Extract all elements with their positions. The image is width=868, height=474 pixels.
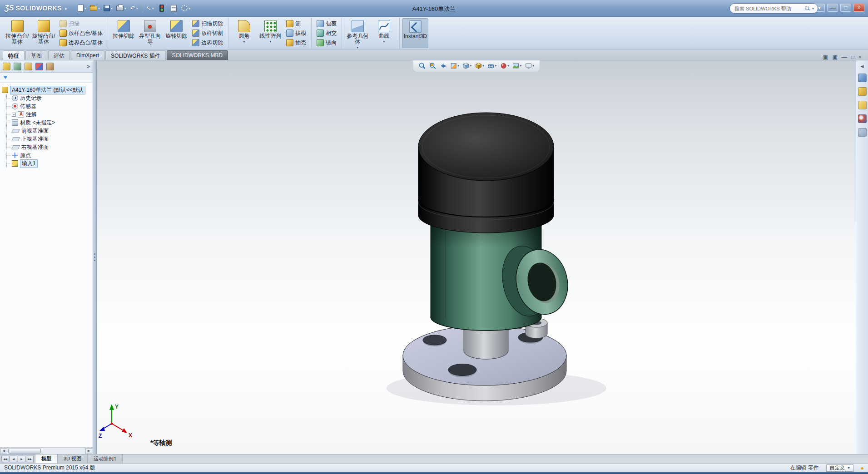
- section-view-button[interactable]: ▾: [449, 62, 460, 70]
- view-settings-button[interactable]: ▾: [524, 62, 535, 70]
- scroll-left-icon[interactable]: ◀: [0, 448, 7, 454]
- dropdown-arrow-icon[interactable]: ▾: [507, 64, 509, 68]
- dropdown-arrow-icon[interactable]: ▾: [457, 64, 459, 68]
- help-dropdown-button[interactable]: ▾: [814, 4, 825, 12]
- tree-root-item[interactable]: A41Y-160单法兰 (默认<<默认: [2, 86, 91, 94]
- propertymanager-tab-icon[interactable]: [14, 63, 21, 70]
- dropdown-arrow-icon[interactable]: ▾: [532, 64, 534, 68]
- expand-plus-icon[interactable]: +: [12, 113, 16, 117]
- tree-item-front-plane[interactable]: 前视基准面: [7, 127, 91, 135]
- file-explorer-icon[interactable]: [858, 101, 867, 109]
- dropdown-arrow-icon[interactable]: ▾: [383, 40, 385, 44]
- dropdown-arrow-icon[interactable]: ▾: [269, 40, 271, 44]
- search-input[interactable]: [734, 5, 803, 12]
- apply-scene-button[interactable]: ▾: [511, 62, 523, 70]
- scrollbar-thumb[interactable]: [8, 449, 41, 454]
- menu-expand-arrow-icon[interactable]: ▸: [65, 6, 67, 11]
- dropdown-arrow-icon[interactable]: ▾: [357, 45, 358, 49]
- tab-dimxpert[interactable]: DimXpert: [71, 50, 104, 60]
- maximize-button[interactable]: □: [840, 4, 851, 12]
- dropdown-arrow-icon[interactable]: ▾: [152, 6, 154, 10]
- tab-evaluate[interactable]: 评估: [48, 50, 70, 60]
- featuremanager-tab-icon[interactable]: [3, 63, 10, 70]
- close-button[interactable]: ×: [853, 4, 864, 12]
- filter-funnel-icon[interactable]: [3, 76, 8, 79]
- panel-splitter[interactable]: [93, 60, 97, 454]
- wrap-button[interactable]: 包覆: [315, 19, 338, 28]
- zoom-fit-button[interactable]: [417, 62, 427, 70]
- select-button[interactable]: ↖▾: [144, 2, 155, 14]
- intersect-button[interactable]: 相交: [315, 29, 338, 38]
- design-library-icon[interactable]: [858, 87, 867, 96]
- doc-close-icon[interactable]: ×: [858, 54, 862, 60]
- solidworks-resources-icon[interactable]: [858, 74, 867, 82]
- tab-nav-next-icon[interactable]: ▶: [18, 456, 25, 462]
- tab-nav-last-icon[interactable]: ▶▶: [26, 456, 34, 462]
- tab-addins[interactable]: SOLIDWORKS 插件: [105, 50, 166, 60]
- tree-item-annotations[interactable]: + 注解: [7, 110, 91, 118]
- fillet-button[interactable]: 圆角 ▾: [231, 18, 257, 48]
- boundary-cut-button[interactable]: 边界切除: [190, 38, 225, 47]
- revolved-boss-button[interactable]: 旋转凸台/基体: [30, 18, 57, 48]
- tab-sketch[interactable]: 草图: [25, 50, 47, 60]
- rebuild-button[interactable]: [156, 2, 167, 14]
- doc-restore-icon[interactable]: □: [851, 54, 854, 60]
- options-button[interactable]: ▾: [180, 2, 192, 14]
- appearances-scenes-icon[interactable]: [858, 114, 867, 123]
- tab-mbd[interactable]: SOLIDWORKS MBD: [167, 50, 228, 60]
- edit-appearance-button[interactable]: ▾: [499, 62, 510, 70]
- tab-motion-study[interactable]: 运动算例1: [88, 454, 123, 463]
- tab-overflow-icon[interactable]: »: [87, 63, 90, 69]
- open-button[interactable]: ▾: [89, 2, 101, 14]
- custom-properties-icon[interactable]: [858, 128, 867, 137]
- boundary-boss-button[interactable]: 边界凸台/基体: [58, 38, 104, 47]
- save-button[interactable]: ▾: [102, 2, 114, 14]
- undo-button[interactable]: ↶▾: [129, 2, 139, 14]
- curves-button[interactable]: 曲线 ▾: [371, 18, 397, 48]
- dropdown-arrow-icon[interactable]: ▾: [84, 6, 86, 10]
- view-orientation-button[interactable]: ▾: [461, 62, 473, 70]
- dimxpertmanager-tab-icon[interactable]: [35, 63, 43, 70]
- linear-pattern-button[interactable]: 线性阵列 ▾: [257, 18, 283, 48]
- solidworks-logo[interactable]: ƷS SOLIDWORKS ▸: [0, 4, 72, 12]
- tree-horizontal-scrollbar[interactable]: ◀ ▶: [0, 447, 93, 454]
- help-button[interactable]: ?: [801, 4, 812, 12]
- tile-window-icon[interactable]: ▣: [823, 54, 828, 60]
- zoom-area-button[interactable]: [428, 62, 437, 70]
- dropdown-arrow-icon[interactable]: ▾: [520, 64, 522, 68]
- doc-minimize-icon[interactable]: —: [842, 54, 847, 60]
- swept-cut-button[interactable]: 扫描切除: [190, 19, 225, 28]
- mirror-button[interactable]: 镜向: [315, 38, 338, 47]
- part-3d-model[interactable]: [97, 60, 856, 454]
- tree-item-top-plane[interactable]: 上视基准面: [7, 135, 91, 143]
- shell-button[interactable]: 抽壳: [284, 38, 308, 47]
- tab-3d-views[interactable]: 3D 视图: [58, 454, 88, 463]
- scrollbar-track[interactable]: [7, 449, 85, 454]
- tree-item-sensors[interactable]: 传感器: [7, 102, 91, 110]
- previous-view-button[interactable]: [438, 62, 447, 70]
- dropdown-arrow-icon[interactable]: ▾: [98, 6, 100, 10]
- dropdown-arrow-icon[interactable]: ▾: [482, 64, 484, 68]
- dropdown-arrow-icon[interactable]: ▾: [188, 6, 190, 10]
- tree-item-origin[interactable]: 原点: [7, 151, 91, 159]
- revolved-cut-button[interactable]: 旋转切除: [163, 18, 189, 48]
- dropdown-arrow-icon[interactable]: ▾: [470, 64, 472, 68]
- quick-tip-icon[interactable]: ●: [861, 465, 864, 471]
- dropdown-arrow-icon[interactable]: ▾: [124, 6, 126, 10]
- cascade-window-icon[interactable]: ▣: [832, 54, 837, 60]
- lofted-cut-button[interactable]: 放样切割: [190, 29, 225, 38]
- file-properties-button[interactable]: [168, 2, 179, 14]
- tab-features[interactable]: 特征: [3, 50, 25, 60]
- graphics-viewport[interactable]: ▾ ▾ ▾ ▾ ▾: [97, 60, 856, 454]
- new-document-button[interactable]: ▾: [76, 2, 88, 14]
- dropdown-arrow-icon[interactable]: ▾: [243, 40, 245, 44]
- lofted-boss-button[interactable]: 放样凸台/基体: [58, 29, 104, 38]
- displaymanager-tab-icon[interactable]: [46, 63, 54, 70]
- instant3d-button[interactable]: Instant3D: [402, 18, 428, 48]
- scroll-right-icon[interactable]: ▶: [85, 448, 92, 454]
- tab-nav-first-icon[interactable]: ◀◀: [1, 456, 9, 462]
- custom-unit-combo[interactable]: 自定义 ▾: [826, 464, 853, 472]
- tab-model[interactable]: 模型: [35, 454, 58, 463]
- tab-nav-prev-icon[interactable]: ◀: [10, 456, 17, 462]
- print-button[interactable]: ▾: [115, 2, 128, 14]
